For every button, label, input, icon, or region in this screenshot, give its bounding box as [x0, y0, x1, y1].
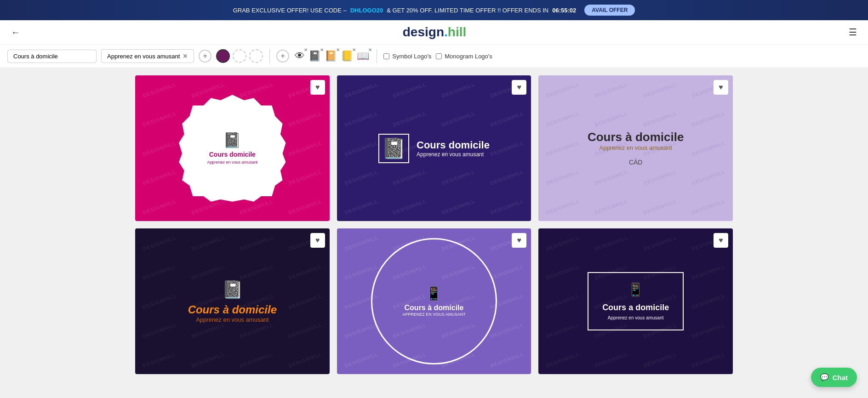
- card-6-content: 📱 Cours a domicile Apprenez en vous amus…: [538, 228, 733, 374]
- notebook-icon-1: 📓: [308, 50, 321, 62]
- notebook-icon-4: 📓: [222, 279, 243, 300]
- avail-offer-button[interactable]: AVAIL OFFER: [584, 5, 635, 16]
- book-filter-remove[interactable]: ✕: [368, 47, 372, 52]
- color-circle-empty-1[interactable]: [233, 49, 246, 63]
- card-4-title: Cours à domicile: [188, 303, 277, 316]
- symbol-logos-filter[interactable]: Symbol Logo's: [383, 53, 431, 60]
- icon-filter-group: 👁 ✕ 📓 ✕ 📔 ✕ 📒 ✕ 📖 ✕: [294, 49, 370, 63]
- offer-code: DHLOGO20: [350, 7, 383, 14]
- color-circle-purple[interactable]: [216, 49, 230, 63]
- logo: design.hill: [403, 25, 466, 40]
- notebook-icon: 📓: [223, 131, 241, 149]
- add-text-button[interactable]: +: [199, 50, 211, 63]
- tagline-clear-button[interactable]: ✕: [183, 52, 188, 60]
- card-1-title: Cours domicile: [209, 151, 256, 158]
- color-circle-empty-2[interactable]: [249, 49, 263, 63]
- logo-card-2[interactable]: DESIGNHILL DESIGNHILL DESIGNHILL DESIGNH…: [337, 75, 531, 221]
- rect-border: 📱 Cours a domicile Apprenez en vous amus…: [588, 272, 684, 330]
- add-icon-button[interactable]: +: [276, 50, 289, 63]
- card-2-title: Cours domicile: [417, 139, 490, 151]
- logo-card-6[interactable]: DESIGNHILL DESIGNHILL DESIGNHILL DESIGNH…: [538, 228, 733, 374]
- card-3-abbr: CÀD: [629, 159, 643, 166]
- logo-card-4[interactable]: DESIGNHILL DESIGNHILL DESIGNHILL DESIGNH…: [135, 228, 330, 374]
- monogram-logos-filter[interactable]: Monogram Logo's: [436, 53, 492, 60]
- notebook-filter-remove-3[interactable]: ✕: [352, 47, 356, 52]
- card-5-title: Cours à domicile: [405, 304, 464, 312]
- logo-grid: DESIGNHILL DESIGNHILL DESIGNHILL DESIGNH…: [112, 68, 756, 381]
- color-picker-group: [216, 49, 263, 63]
- monogram-logos-label: Monogram Logo's: [445, 53, 492, 60]
- banner-text-after: & GET 20% OFF. LIMITED TIME OFFER !! OFF…: [387, 7, 548, 14]
- card-4-subtitle: Apprenez en vous amusant: [196, 316, 268, 323]
- divider-1: [269, 49, 270, 63]
- notebook-filter-item-3[interactable]: 📒 ✕: [340, 49, 354, 63]
- symbol-logos-label: Symbol Logo's: [392, 53, 431, 60]
- favorite-button-6[interactable]: ♥: [714, 233, 728, 248]
- chat-label: Chat: [833, 374, 848, 381]
- notebook-filter-remove-2[interactable]: ✕: [336, 47, 340, 52]
- logo-card-5[interactable]: DESIGNHILL DESIGNHILL DESIGNHILL DESIGNH…: [337, 228, 531, 374]
- book-icon: 📖: [357, 50, 369, 62]
- eye-icon: 👁: [295, 50, 305, 62]
- card-1-subtitle: Apprenez en vous amusant: [207, 160, 258, 165]
- circle-badge: 📱 Cours à domicile Apprenez en vous amus…: [371, 238, 497, 364]
- controls-bar: Apprenez en vous amusant ✕ + + 👁 ✕ 📓 ✕ 📔…: [0, 45, 868, 68]
- promo-banner: GRAB EXCLUSIVE OFFER! USE CODE – DHLOGO2…: [0, 0, 868, 20]
- logo-card-1[interactable]: DESIGNHILL DESIGNHILL DESIGNHILL DESIGNH…: [135, 75, 330, 221]
- card-2-text-block: Cours domicile Apprenez en vous amusant: [417, 139, 490, 158]
- card-4-content: 📓 Cours à domicile Apprenez en vous amus…: [135, 228, 330, 374]
- card-6-title: Cours a domicile: [602, 303, 669, 313]
- favorite-button-5[interactable]: ♥: [512, 233, 526, 248]
- card-2-subtitle: Apprenez en vous amusant: [417, 151, 490, 158]
- divider-2: [377, 49, 377, 63]
- card-3-content: Cours à domicile Apprenez en vous amusan…: [538, 75, 733, 221]
- eye-filter-item[interactable]: 👁 ✕: [294, 49, 306, 63]
- card-5-content: 📱 Cours à domicile Apprenez en vous amus…: [337, 228, 531, 374]
- card-3-title: Cours à domicile: [588, 130, 684, 144]
- card-5-subtitle: Apprenez en vous amusant: [402, 312, 466, 317]
- monogram-logos-checkbox[interactable]: [436, 53, 442, 59]
- book-filter-item[interactable]: 📖 ✕: [356, 49, 370, 63]
- favorite-button-3[interactable]: ♥: [714, 80, 728, 95]
- notebook-filter-item-2[interactable]: 📔 ✕: [324, 49, 338, 63]
- eye-filter-remove[interactable]: ✕: [304, 47, 308, 52]
- notebook-icon-3: 📒: [341, 50, 353, 62]
- company-name-input[interactable]: [7, 50, 97, 63]
- chat-button[interactable]: 💬 Chat: [811, 368, 857, 381]
- chat-icon: 💬: [820, 373, 829, 381]
- back-button[interactable]: ←: [11, 27, 20, 38]
- tagline-text: Apprenez en vous amusant: [107, 53, 180, 60]
- logo-design: design: [403, 25, 444, 39]
- notebook-filter-remove-1[interactable]: ✕: [320, 47, 324, 52]
- notebook-filter-item-1[interactable]: 📓 ✕: [308, 49, 322, 63]
- notebook-icon-2: 📓: [378, 134, 409, 163]
- logo-dot: .: [444, 25, 448, 39]
- card-3-subtitle: Apprenez en vous amusant: [600, 144, 672, 151]
- card-1-content: 📓 Cours domicile Apprenez en vous amusan…: [135, 75, 330, 221]
- badge-shape: 📓 Cours domicile Apprenez en vous amusan…: [179, 95, 286, 201]
- logo-hill: hill: [448, 25, 466, 39]
- favorite-button-4[interactable]: ♥: [310, 233, 325, 248]
- notebook-icon-5: 📱: [426, 286, 442, 301]
- countdown-timer: 06:55:02: [552, 7, 576, 14]
- notebook-icon-6: 📱: [628, 282, 644, 297]
- header: ← design.hill ☰: [0, 20, 868, 45]
- banner-text-before: GRAB EXCLUSIVE OFFER! USE CODE –: [233, 7, 347, 14]
- favorite-button-2[interactable]: ♥: [512, 80, 526, 95]
- card-6-subtitle: Apprenez en vous amusant: [608, 315, 664, 320]
- logo-card-3[interactable]: DESIGNHILL DESIGNHILL DESIGNHILL DESIGNH…: [538, 75, 733, 221]
- hamburger-menu[interactable]: ☰: [849, 27, 857, 38]
- notebook-icon-2: 📔: [325, 50, 337, 62]
- card-2-content: 📓 Cours domicile Apprenez en vous amusan…: [337, 75, 531, 221]
- symbol-logos-checkbox[interactable]: [383, 53, 389, 59]
- tagline-input-container: Apprenez en vous amusant ✕: [101, 49, 194, 63]
- favorite-button-1[interactable]: ♥: [310, 80, 325, 95]
